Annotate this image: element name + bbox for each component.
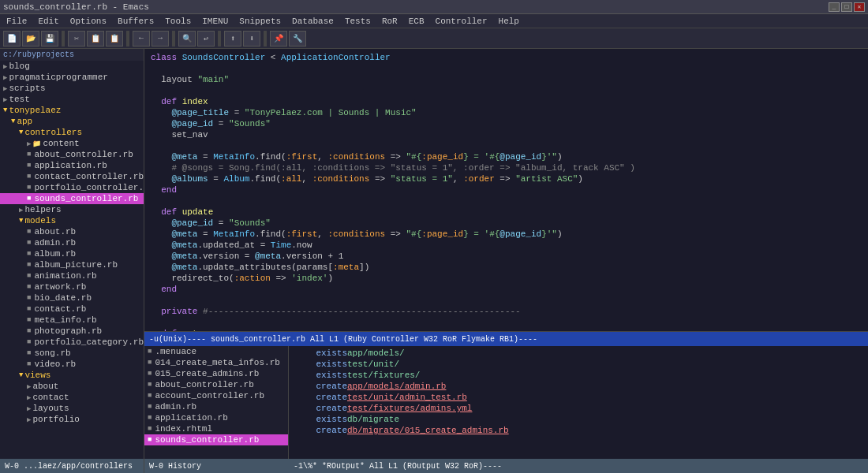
toolbar-save[interactable]: 💾 (41, 31, 58, 47)
tree-item-about[interactable]: ■about.rb (0, 226, 144, 237)
menu-ror[interactable]: RoR (379, 16, 401, 27)
toolbar-copy[interactable]: 📋 (87, 31, 104, 47)
menu-options[interactable]: Options (67, 16, 110, 27)
toolbar-replace[interactable]: ↩ (197, 31, 215, 47)
list-item-sounds-ctl[interactable]: ■sounds_controller.rb (144, 434, 288, 445)
tree-item-animation[interactable]: ■animation.rb (0, 270, 144, 281)
menu-controller[interactable]: Controller (432, 16, 491, 27)
tree-item-models[interactable]: ▼models (0, 215, 144, 226)
list-item-app-rb[interactable]: ■application.rb (144, 412, 288, 423)
tree-item-tonypelaez[interactable]: ▼tonypelaez (0, 105, 144, 116)
output-area: exists app/models/ exists test/unit/ exi… (289, 346, 868, 459)
menu-ecb[interactable]: ECB (406, 16, 428, 27)
tree-item-contact-controller[interactable]: ■contact_controller.rb (0, 171, 144, 182)
tree-item-controllers[interactable]: ▼controllers (0, 127, 144, 138)
toolbar: 📄 📂 💾 ✂ 📋 📋 ← → 🔍 ↩ ⬆ ⬇ 📌 🔧 (0, 28, 868, 49)
toolbar-paste[interactable]: 📋 (106, 31, 123, 47)
bottom-split: ■.menuace ■014_create_meta_infos.rb ■015… (144, 346, 868, 459)
maximize-button[interactable]: □ (841, 2, 852, 12)
output-line-5: create test/unit/admin_test.rb (289, 392, 868, 403)
code-line-10: @meta = MetaInfo.find(:first, :condition… (144, 151, 868, 162)
output-line-3: exists test/fixtures/ (289, 370, 868, 381)
tree-item-about-controller[interactable]: ■about_controller.rb (0, 149, 144, 160)
tree-item-bio-date[interactable]: ■bio_date.rb (0, 292, 144, 304)
tree-item-artwork[interactable]: ■artwork.rb (0, 281, 144, 292)
titlebar: sounds_controller.rb - Emacs _ □ ✕ (0, 0, 868, 14)
file-tree-sidebar[interactable]: c:/rubyprojects ▶blog ▶pragmaticprogramm… (0, 49, 144, 473)
list-item-account-ctl[interactable]: ■account_controller.rb (144, 390, 288, 401)
code-line-23 (144, 295, 868, 306)
tree-item-admin[interactable]: ■admin.rb (0, 237, 144, 248)
tree-item-app[interactable]: ▼app (0, 116, 144, 127)
tree-item-views-about[interactable]: ▶about (0, 381, 144, 392)
code-line-18: @meta.updated_at = Time.now (144, 240, 868, 251)
tree-item-portfolio-controller[interactable]: ■portfolio_controller.rb (0, 182, 144, 193)
tree-item-portfolio-cat[interactable]: ■portfolio_category.rb (0, 337, 144, 348)
toolbar-open[interactable]: 📂 (22, 31, 39, 47)
list-item-admin-rb[interactable]: ■admin.rb (144, 401, 288, 412)
code-line-1: class SoundsController < ApplicationCont… (144, 52, 868, 63)
bottom-file-list[interactable]: ■.menuace ■014_create_meta_infos.rb ■015… (144, 346, 289, 459)
tree-item-video[interactable]: ■video.rb (0, 359, 144, 370)
code-line-13: end (144, 184, 868, 196)
sidebar-mode-line: W-0 ...laez/app/controllers (0, 459, 144, 473)
output-line-2: exists test/unit/ (289, 359, 868, 370)
tree-item-sounds-controller[interactable]: ■sounds_controller.rb (0, 193, 144, 204)
list-item-menuace[interactable]: ■.menuace (144, 346, 288, 357)
code-line-2 (144, 63, 868, 74)
toolbar-down[interactable]: ⬇ (243, 31, 260, 47)
menu-tools[interactable]: Tools (162, 16, 194, 27)
toolbar-settings[interactable]: 🔧 (289, 31, 306, 47)
code-line-3: layout "main" (144, 74, 868, 85)
tree-item-song[interactable]: ■song.rb (0, 348, 144, 359)
tree-item-scripts[interactable]: ▶scripts (0, 83, 144, 94)
toolbar-undo[interactable]: ← (133, 31, 150, 47)
toolbar-cut[interactable]: ✂ (68, 31, 85, 47)
tree-item-views-layouts[interactable]: ▶layouts (0, 403, 144, 414)
top-mode-line: -u(Unix)---- sounds_controller.rb All L1… (144, 332, 868, 346)
menu-help[interactable]: Help (496, 16, 522, 27)
code-main[interactable]: class SoundsController < ApplicationCont… (144, 49, 868, 331)
list-item-index-rhtml[interactable]: ■index.rhtml (144, 423, 288, 434)
mode-line-text: -u(Unix)---- sounds_controller.rb All L1… (149, 335, 537, 344)
list-item-about-ctl[interactable]: ■about_controller.rb (144, 379, 288, 390)
code-line-15: def update (144, 207, 868, 218)
close-button[interactable]: ✕ (854, 2, 865, 12)
tree-item-views-portfolio[interactable]: ▶portfolio (0, 414, 144, 425)
toolbar-sep1 (62, 31, 65, 47)
list-item-015[interactable]: ■015_create_admins.rb (144, 368, 288, 379)
tree-item-test[interactable]: ▶test (0, 94, 144, 105)
tree-item-contact[interactable]: ■contact.rb (0, 304, 144, 315)
tree-item-photograph[interactable]: ■photograph.rb (0, 326, 144, 337)
toolbar-up[interactable]: ⬆ (224, 31, 241, 47)
menu-snippets[interactable]: Snippets (236, 16, 284, 27)
toolbar-pin[interactable]: 📌 (270, 31, 287, 47)
tree-item-application[interactable]: ■application.rb (0, 160, 144, 171)
toolbar-redo[interactable]: → (152, 31, 169, 47)
menu-imenu[interactable]: IMENU (199, 16, 231, 27)
toolbar-new[interactable]: 📄 (3, 31, 21, 47)
menu-tests[interactable]: Tests (342, 16, 374, 27)
code-line-7: @page_id = "Sounds" (144, 118, 868, 129)
tree-item-meta-info[interactable]: ■meta_info.rb (0, 315, 144, 326)
menu-database[interactable]: Database (289, 16, 337, 27)
minimize-button[interactable]: _ (829, 2, 840, 12)
main-layout: c:/rubyprojects ▶blog ▶pragmaticprogramm… (0, 49, 868, 473)
tree-item-content[interactable]: ▶📁content (0, 138, 144, 149)
tree-item-views[interactable]: ▼views (0, 370, 144, 381)
tree-item-pragmatic[interactable]: ▶pragmaticprogrammer (0, 72, 144, 83)
tree-item-views-contact[interactable]: ▶contact (0, 392, 144, 403)
code-line-12: @albums = Album.find(:all, :conditions =… (144, 173, 868, 184)
menu-buffers[interactable]: Buffers (114, 16, 157, 27)
tree-item-album[interactable]: ■album.rb (0, 248, 144, 259)
tree-item-blog[interactable]: ▶blog (0, 61, 144, 72)
tree-item-album-picture[interactable]: ■album_picture.rb (0, 259, 144, 270)
list-item-014[interactable]: ■014_create_meta_infos.rb (144, 357, 288, 368)
code-line-4 (144, 85, 868, 96)
menu-edit[interactable]: Edit (35, 16, 62, 27)
sidebar-mode-text: W-0 ...laez/app/controllers (5, 462, 133, 471)
tree-item-helpers[interactable]: ▶helpers (0, 204, 144, 215)
menu-file[interactable]: File (3, 16, 30, 27)
code-line-21: redirect_to(:action => 'index') (144, 273, 868, 284)
toolbar-search[interactable]: 🔍 (178, 31, 196, 47)
